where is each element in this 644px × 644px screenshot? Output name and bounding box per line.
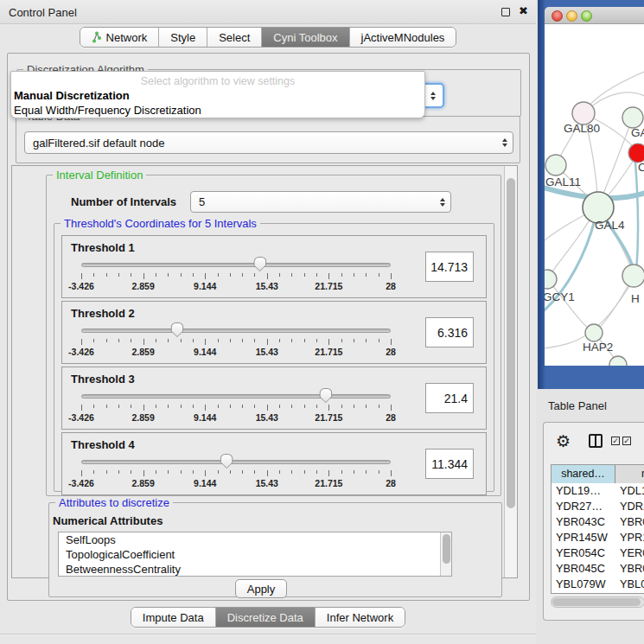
node-attribute-table[interactable]: shared…na YDL19…YDL1YDR27…YDR2YBR043CYBR… <box>551 464 644 594</box>
table-data-group: Table Data galFiltered.sif default node <box>16 116 520 163</box>
slider-thumb[interactable] <box>319 388 332 403</box>
threshold-panel: Threshold 4 -3.4262.8599.14415.4321.7152… <box>61 432 487 495</box>
checkbox-icon[interactable]: ✓ <box>611 437 620 445</box>
cell-name: YDR2 <box>615 499 644 514</box>
combo-stepper-icon <box>425 92 441 100</box>
slider-track[interactable] <box>81 263 391 267</box>
minimize-traffic-light-icon[interactable] <box>566 10 577 22</box>
table-data-combobox[interactable]: galFiltered.sif default node <box>24 131 513 154</box>
slider-tick-labels: -3.4262.8599.14415.4321.71528 <box>81 478 391 488</box>
panel-title: Control Panel <box>9 6 77 19</box>
tab-cyni-toolbox[interactable]: Cyni Toolbox <box>262 28 349 47</box>
node-label: C <box>638 161 644 174</box>
cell-name: YDL1 <box>615 483 644 499</box>
threshold-value-field[interactable]: 14.713 <box>425 252 474 282</box>
dropdown-option-equal-width[interactable]: Equal Width/Frequency Discretization <box>14 104 201 117</box>
table-row[interactable]: YBL079WYBL0 <box>552 577 644 592</box>
panel-bottom-edge <box>0 634 536 635</box>
list-scrollbar[interactable] <box>440 532 451 576</box>
node-hap2[interactable] <box>585 324 603 341</box>
table-row[interactable]: YBR045CYBR0 <box>552 561 644 577</box>
tab-discretize-data[interactable]: Discretize Data <box>216 608 316 627</box>
tab-network[interactable]: Network <box>80 28 160 47</box>
network-window-titlebar <box>545 7 644 24</box>
tab-select[interactable]: Select <box>207 28 262 47</box>
thresholds-group: Threshold's Coordinates for 5 Intervals … <box>54 223 494 492</box>
zoom-traffic-light-icon[interactable] <box>581 10 592 22</box>
slider-tick-labels: -3.4262.8599.14415.4321.71528 <box>81 281 391 291</box>
scrollbar-thumb[interactable] <box>443 534 450 564</box>
tab-infer-network[interactable]: Infer Network <box>316 608 405 627</box>
table-row[interactable]: YPR145WYPR1 <box>552 530 644 545</box>
network-canvas[interactable]: GAL80 GA C GAL11 GAL4 GCY1 H HAP2 <box>545 24 644 366</box>
cell-shared-name: YDR27… <box>552 499 615 514</box>
numerical-attributes-list[interactable]: SelfLoopsTopologicalCoefficientBetweenne… <box>58 532 452 577</box>
tab-label: Cyni Toolbox <box>273 31 337 44</box>
network-view-window[interactable]: GAL80 GA C GAL11 GAL4 GCY1 H HAP2 <box>538 0 644 389</box>
close-traffic-light-icon[interactable] <box>552 10 563 22</box>
bottom-tab-row: Impute DataDiscretize DataInfer Network <box>0 607 536 628</box>
table-row[interactable]: YBR043CYBR0 <box>552 514 644 530</box>
threshold-label: Threshold 4 <box>71 438 135 451</box>
slider-tick-labels: -3.4262.8599.14415.4321.71528 <box>81 412 391 423</box>
attribute-list-item[interactable]: TopologicalCoefficient <box>59 547 451 562</box>
split-columns-icon[interactable] <box>589 434 603 448</box>
top-tab-group: NetworkStyleSelectCyni ToolboxjActiveMNo… <box>80 27 457 48</box>
tab-label: Discretize Data <box>227 611 303 624</box>
dropdown-placeholder-option[interactable]: Select algorithm to view settings <box>11 75 424 87</box>
node-top-right[interactable] <box>622 107 643 128</box>
cell-shared-name: YPR145W <box>552 530 615 545</box>
table-panel-toolbar: ⚙ ✓ ✓ <box>544 430 644 457</box>
node-right-h[interactable] <box>622 265 644 287</box>
node-gcy1[interactable] <box>545 270 557 289</box>
threshold-panel: Threshold 1 -3.4262.8599.14415.4321.7152… <box>61 235 487 298</box>
tab-impute-data[interactable]: Impute Data <box>131 608 216 627</box>
tab-style[interactable]: Style <box>159 28 207 47</box>
thresholds-group-label: Threshold's Coordinates for 5 Intervals <box>61 217 260 230</box>
threshold-label: Threshold 3 <box>71 373 135 386</box>
slider-thumb[interactable] <box>170 322 183 337</box>
table-row[interactable]: YER054CYER0 <box>552 545 644 561</box>
cell-shared-name: YBL079W <box>552 577 615 592</box>
attribute-list-item[interactable]: BetweennessCentrality <box>59 562 451 577</box>
numerical-attributes-label: Numerical Attributes <box>53 514 163 527</box>
checkbox-icon[interactable]: ✓ <box>622 437 631 445</box>
column-header[interactable]: na <box>615 465 644 483</box>
float-window-icon[interactable] <box>501 8 510 16</box>
table-hscrollbar[interactable] <box>551 596 644 608</box>
cell-shared-name: YER054C <box>552 545 615 561</box>
tab-label: jActiveMNodules <box>361 31 445 44</box>
gear-icon[interactable]: ⚙ <box>556 431 571 451</box>
table-panel: ⚙ ✓ ✓ shared…na YDL19…YDL1YDR27…YDR2YBR0… <box>543 422 644 621</box>
combo-stepper-icon <box>435 198 450 207</box>
table-row[interactable]: YDR27…YDR2 <box>552 499 644 514</box>
slider-thumb[interactable] <box>220 454 233 469</box>
table-row[interactable]: YDL19…YDL1 <box>552 483 644 499</box>
threshold-value-field[interactable]: 21.4 <box>425 383 474 413</box>
number-of-intervals-combobox[interactable]: 5 <box>190 191 451 213</box>
threshold-value-field[interactable]: 6.316 <box>425 317 474 348</box>
dropdown-option-manual[interactable]: Manual Discretization <box>14 89 130 102</box>
slider-thumb[interactable] <box>253 257 266 271</box>
attribute-list-item[interactable]: SelfLoops <box>59 532 451 547</box>
scrollbar-thumb[interactable] <box>507 178 515 508</box>
node-red-selected[interactable] <box>628 143 644 163</box>
tab-jactivemnodules[interactable]: jActiveMNodules <box>350 28 456 47</box>
threshold-value-field[interactable]: 11.344 <box>425 449 474 479</box>
close-icon[interactable]: ✖ <box>519 4 528 17</box>
slider-track[interactable] <box>81 328 391 333</box>
slider-track[interactable] <box>81 394 391 399</box>
threshold-panel: Threshold 3 -3.4262.8599.14415.4321.7152… <box>61 367 487 430</box>
table-row[interactable]: YLR345WYLR3 <box>552 592 644 594</box>
control-panel-titlebar: Control Panel ✖ <box>0 0 536 24</box>
node-label: GCY1 <box>545 290 575 303</box>
node-bottom-partial[interactable] <box>609 356 627 366</box>
scrollbar-thumb[interactable] <box>552 598 641 606</box>
column-header[interactable]: shared… <box>552 465 615 483</box>
settings-scrollbar[interactable] <box>504 166 517 577</box>
combo-stepper-icon <box>497 138 513 147</box>
apply-button[interactable]: Apply <box>235 579 287 598</box>
slider-track[interactable] <box>81 460 391 464</box>
slider-ticks <box>81 470 391 477</box>
node-gal11[interactable] <box>545 155 566 175</box>
